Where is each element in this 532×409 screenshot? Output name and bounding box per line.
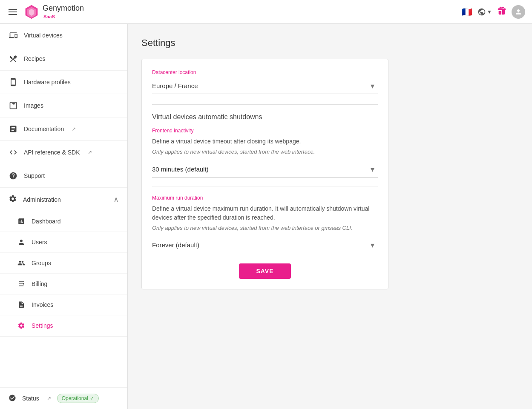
sidebar-label-support: Support bbox=[24, 172, 45, 179]
status-icon bbox=[9, 394, 16, 403]
maxrun-desc: Define a virtual device maximum run dura… bbox=[152, 204, 378, 222]
maxrun-select-wrapper: Forever (default) 1 hour 2 hours 4 hours… bbox=[152, 237, 378, 253]
header: Genymotion SaaS 🇫🇷 ▼ bbox=[0, 0, 532, 24]
flag-icon: 🇫🇷 bbox=[462, 7, 472, 17]
maxrun-italic: Only applies to new virtual devices, sta… bbox=[152, 224, 378, 232]
frontend-italic: Only applies to new virtual devices, sta… bbox=[152, 148, 378, 156]
header-left: Genymotion SaaS bbox=[7, 4, 84, 20]
layout: Virtual devices Recipes Hardware profile… bbox=[0, 24, 532, 409]
frontend-inactivity-subsection: Frontend inactivity Define a virtual dev… bbox=[152, 128, 378, 177]
logo-text: Genymotion SaaS bbox=[43, 4, 84, 20]
sidebar-label-virtual-devices: Virtual devices bbox=[24, 32, 63, 39]
documentation-icon bbox=[9, 124, 18, 134]
maxrun-select[interactable]: Forever (default) 1 hour 2 hours 4 hours… bbox=[152, 237, 378, 253]
sidebar-item-settings[interactable]: Settings bbox=[0, 315, 127, 336]
sidebar-item-invoices[interactable]: Invoices bbox=[0, 295, 127, 315]
sidebar-label-images: Images bbox=[24, 102, 43, 109]
sidebar: Virtual devices Recipes Hardware profile… bbox=[0, 24, 128, 409]
sidebar-label-users: Users bbox=[32, 239, 47, 246]
settings-icon bbox=[17, 321, 26, 330]
status-badge-text: Operational bbox=[62, 395, 88, 401]
sidebar-label-recipes: Recipes bbox=[24, 55, 46, 62]
api-icon bbox=[9, 148, 18, 157]
check-icon: ✓ bbox=[90, 395, 94, 401]
administration-sub-items: Dashboard Users Groups bbox=[0, 211, 127, 336]
save-button[interactable]: SAVE bbox=[239, 263, 290, 279]
maxrun-label: Maximum run duration bbox=[152, 195, 378, 201]
sidebar-label-billing: Billing bbox=[32, 280, 47, 287]
sidebar-label-hardware-profiles: Hardware profiles bbox=[24, 79, 71, 86]
external-link-icon: ↗ bbox=[72, 126, 76, 132]
status-row[interactable]: Status ↗ Operational ✓ bbox=[0, 387, 127, 409]
admin-icon bbox=[9, 194, 17, 204]
hamburger-menu[interactable] bbox=[7, 7, 19, 17]
logo-icon bbox=[24, 4, 39, 20]
users-icon bbox=[17, 238, 26, 246]
groups-icon bbox=[17, 259, 26, 267]
frontend-label: Frontend inactivity bbox=[152, 128, 378, 134]
sidebar-item-users[interactable]: Users bbox=[0, 232, 127, 253]
sidebar-item-groups[interactable]: Groups bbox=[0, 253, 127, 274]
globe-button[interactable]: ▼ bbox=[477, 8, 492, 16]
sidebar-item-billing[interactable]: Billing bbox=[0, 274, 127, 295]
datacenter-label: Datacenter location bbox=[152, 69, 378, 75]
page-title: Settings bbox=[141, 37, 518, 49]
hardware-icon bbox=[9, 77, 18, 87]
status-label: Status bbox=[22, 395, 39, 402]
invoices-icon bbox=[17, 300, 26, 309]
divider-1 bbox=[152, 104, 378, 105]
status-badge: Operational ✓ bbox=[57, 394, 99, 403]
frontend-desc: Define a virtual device timeout after cl… bbox=[152, 137, 378, 146]
sidebar-item-dashboard[interactable]: Dashboard bbox=[0, 211, 127, 232]
sidebar-label-api-reference: API reference & SDK bbox=[24, 149, 80, 156]
sidebar-label-documentation: Documentation bbox=[24, 126, 64, 132]
chevron-up-icon: ∧ bbox=[113, 195, 119, 204]
recipes-icon bbox=[9, 54, 18, 63]
max-run-subsection: Maximum run duration Define a virtual de… bbox=[152, 195, 378, 254]
status-external-icon: ↗ bbox=[47, 395, 51, 401]
user-avatar-button[interactable] bbox=[512, 5, 525, 19]
main-content: Settings Datacenter location Europe / Fr… bbox=[128, 24, 532, 409]
frontend-select-wrapper: 30 minutes (default) 1 hour 2 hours Neve… bbox=[152, 161, 378, 177]
administration-header-left: Administration bbox=[9, 194, 61, 204]
sidebar-item-images[interactable]: Images bbox=[0, 94, 127, 117]
devices-icon bbox=[9, 31, 18, 40]
sidebar-label-dashboard: Dashboard bbox=[32, 218, 61, 225]
sidebar-item-recipes[interactable]: Recipes bbox=[0, 47, 127, 71]
sidebar-item-virtual-devices[interactable]: Virtual devices bbox=[0, 24, 127, 47]
images-icon bbox=[9, 101, 18, 110]
divider-2 bbox=[152, 186, 378, 186]
billing-icon bbox=[17, 280, 26, 288]
support-icon bbox=[9, 171, 18, 180]
sidebar-item-documentation[interactable]: Documentation ↗ bbox=[0, 117, 127, 141]
logo-area: Genymotion SaaS bbox=[24, 4, 84, 20]
sidebar-label-invoices: Invoices bbox=[32, 301, 53, 308]
auto-shutdown-section: Virtual devices automatic shutdowns Fron… bbox=[152, 113, 378, 253]
datacenter-select[interactable]: Europe / France Europe / Germany US / Ea… bbox=[152, 78, 378, 94]
administration-section: Administration ∧ Dashboard bbox=[0, 188, 127, 337]
sidebar-item-hardware-profiles[interactable]: Hardware profiles bbox=[0, 71, 127, 94]
external-link-icon-2: ↗ bbox=[88, 149, 92, 155]
datacenter-section: Datacenter location Europe / France Euro… bbox=[152, 69, 378, 94]
save-button-row: SAVE bbox=[152, 263, 378, 279]
dashboard-icon bbox=[17, 217, 26, 226]
datacenter-select-wrapper: Europe / France Europe / Germany US / Ea… bbox=[152, 78, 378, 94]
sidebar-item-support[interactable]: Support bbox=[0, 164, 127, 188]
frontend-select[interactable]: 30 minutes (default) 1 hour 2 hours Neve… bbox=[152, 161, 378, 177]
sidebar-label-groups: Groups bbox=[32, 260, 51, 266]
settings-card: Datacenter location Europe / France Euro… bbox=[141, 59, 388, 289]
gift-icon[interactable] bbox=[497, 6, 506, 17]
sidebar-item-api-reference[interactable]: API reference & SDK ↗ bbox=[0, 141, 127, 164]
auto-shutdown-title: Virtual devices automatic shutdowns bbox=[152, 113, 378, 121]
administration-label: Administration bbox=[23, 196, 61, 203]
administration-header[interactable]: Administration ∧ bbox=[0, 188, 127, 211]
sidebar-label-settings: Settings bbox=[32, 322, 53, 329]
header-right: 🇫🇷 ▼ bbox=[462, 5, 525, 19]
